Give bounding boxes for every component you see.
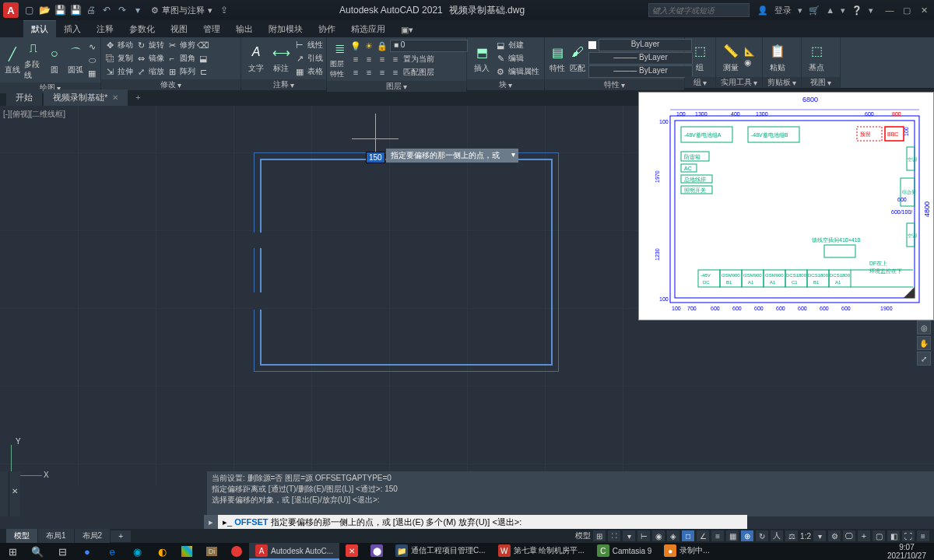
search-icon[interactable]: 🔍 — [25, 543, 50, 560]
redo-icon[interactable]: ↷ — [115, 3, 129, 17]
lwt-icon[interactable]: ≡ — [711, 530, 724, 541]
command-history[interactable]: 当前设置: 删除源=否 图层=源 OFFSETGAPTYPE=0 指定偏移距离或… — [207, 471, 934, 516]
cart-icon[interactable]: 🛒 — [809, 5, 820, 16]
props-button[interactable]: ▤特性 — [548, 43, 567, 74]
taskbar-autocad[interactable]: AAutodesk AutoC... — [249, 543, 339, 560]
chrome-icon[interactable]: ● — [75, 543, 100, 560]
spline-button[interactable]: ∿ — [86, 40, 97, 53]
saveas-icon[interactable]: 💾 — [68, 3, 83, 17]
color-dropdown[interactable]: ByLayer — [599, 39, 692, 51]
tab-featured[interactable]: 精选应用 — [343, 21, 393, 37]
panel-label[interactable]: 特性 ▾ — [545, 79, 684, 90]
cmd-close-icon[interactable]: ✕ — [9, 471, 20, 516]
tab-manage[interactable]: 管理 — [195, 21, 228, 37]
line-button[interactable]: ╱直线 — [3, 44, 23, 75]
grid-icon[interactable]: ⊞ — [593, 530, 606, 541]
copy-icon[interactable]: ⿻ — [104, 53, 115, 64]
trim-icon[interactable]: ✂ — [167, 40, 177, 51]
linear-button[interactable]: ⊢线性 — [294, 39, 323, 51]
viewport-controls[interactable]: [-][俯视][二维线框] — [3, 109, 65, 120]
app-logo[interactable]: A — [3, 2, 19, 18]
panel-label[interactable]: 注释 ▾ — [241, 79, 326, 90]
app-icon[interactable] — [224, 543, 249, 560]
a360-icon[interactable]: ▲ — [826, 5, 834, 15]
move-button[interactable]: 移动 — [118, 40, 133, 51]
layer-dropdown[interactable]: ■ 0 — [390, 40, 468, 52]
chevron-down-icon[interactable]: ▾ — [841, 5, 845, 16]
cmd-arrow-icon[interactable]: ▸ — [204, 515, 218, 529]
taskbar-app[interactable]: W第七章 绘制机房平... — [492, 543, 591, 560]
bulb-icon[interactable]: 💡 — [350, 40, 361, 51]
panel-label[interactable]: 块 ▾ — [467, 79, 544, 90]
stretch-button[interactable]: 拉伸 — [118, 66, 133, 77]
copy-button[interactable]: 复制 — [118, 53, 133, 64]
layout1-tab[interactable]: 布局1 — [38, 529, 74, 543]
arc-button[interactable]: ⌒圆弧 — [65, 44, 85, 75]
filetab-current[interactable]: 视频录制基础*✕ — [44, 89, 128, 106]
calc-icon[interactable]: 📐 — [744, 47, 755, 57]
insert-button[interactable]: ⬒插入 — [470, 43, 493, 74]
search-input[interactable] — [648, 3, 750, 17]
app-icon[interactable]: Di — [199, 543, 224, 560]
anno-icon[interactable]: 人 — [771, 530, 783, 541]
tab-addins[interactable]: 附加模块 — [261, 21, 311, 37]
match-button[interactable]: 🖌匹配 — [568, 43, 587, 74]
circle-button[interactable]: ○圆 — [45, 44, 65, 75]
save-icon[interactable]: 💾 — [53, 3, 67, 17]
scale-button[interactable]: 缩放 — [149, 66, 164, 77]
scale-icon[interactable]: ⚖ — [785, 530, 798, 541]
model-tab[interactable]: 模型 — [6, 529, 37, 543]
erase-icon[interactable]: ⌫ — [198, 40, 209, 51]
panel-label[interactable]: 图层 ▾ — [327, 81, 466, 92]
osnap-icon[interactable]: □ — [682, 530, 694, 541]
text-button[interactable]: A文字 — [244, 43, 268, 74]
array-button[interactable]: 阵列 — [180, 66, 195, 77]
panel-label[interactable]: 剪贴板 ▾ — [763, 77, 801, 88]
taskbar-app[interactable]: 📁通信工程项目管理C... — [389, 543, 492, 560]
layout-add[interactable]: + — [111, 530, 131, 542]
panel-label[interactable]: 组 ▾ — [685, 77, 715, 88]
dimension-button[interactable]: ⟷标注 — [269, 43, 293, 74]
taskbar-recording[interactable]: ●录制中... — [658, 543, 715, 560]
app-icon[interactable]: ◉ — [125, 543, 149, 560]
panel-label[interactable]: 视图 ▾ — [802, 77, 840, 88]
tab-default[interactable]: 默认 — [23, 20, 56, 37]
workspace-dropdown[interactable]: ⚙ 草图与注释 ▾ — [151, 5, 212, 16]
chevron-down-icon[interactable]: ▾ — [798, 5, 802, 16]
table-button[interactable]: ▦表格 — [294, 65, 323, 78]
app-icon[interactable]: ◐ — [149, 543, 174, 560]
fillet-button[interactable]: 圆角 — [180, 53, 195, 64]
share-icon[interactable]: ⇪ — [217, 3, 231, 17]
start-button[interactable]: ⊞ — [0, 543, 25, 560]
nav-wheel-icon[interactable]: ◎ — [917, 320, 931, 334]
fillet-icon[interactable]: ⌐ — [167, 53, 177, 64]
rotate-button[interactable]: 旋转 — [149, 40, 164, 51]
iso-view-icon[interactable]: ◧ — [887, 530, 900, 541]
cmd-handle[interactable] — [0, 471, 9, 516]
move-icon[interactable]: ✥ — [104, 40, 115, 51]
minimize-icon[interactable]: — — [883, 5, 897, 16]
customize-icon[interactable]: ≡ — [917, 530, 929, 541]
ellipse-button[interactable]: ⬭ — [86, 54, 97, 66]
paste-button[interactable]: 📋粘贴 — [766, 42, 789, 73]
rotate-icon[interactable]: ↻ — [135, 40, 146, 51]
lineweight-dropdown[interactable]: ——— ByLayer — [588, 52, 693, 65]
attedit-button[interactable]: ⚙编辑属性 — [495, 65, 539, 78]
chevron-down-icon[interactable]: ▾ — [623, 530, 635, 541]
mirror-icon[interactable]: ⇔ — [135, 53, 146, 64]
polar-icon[interactable]: ◉ — [652, 530, 665, 541]
point-icon[interactable]: ◉ — [744, 58, 755, 68]
model-button[interactable]: 模型 — [575, 530, 591, 541]
edit-button[interactable]: ✎编辑 — [495, 52, 539, 65]
gear-icon[interactable]: ⚙ — [828, 530, 841, 541]
trim-button[interactable]: 修剪 — [180, 40, 195, 51]
tab-insert[interactable]: 插入 — [56, 21, 89, 37]
chevron-down-icon[interactable]: ▾ — [869, 5, 873, 16]
taskbar-app[interactable]: ✕ — [339, 543, 364, 560]
stretch-icon[interactable]: ⇲ — [104, 66, 115, 77]
layout2-tab[interactable]: 布局2 — [75, 529, 111, 543]
edge-icon[interactable]: e — [100, 543, 125, 560]
tab-parametric[interactable]: 参数化 — [121, 21, 163, 37]
polyline-button[interactable]: ⎍多段线 — [24, 39, 44, 81]
taskbar-app[interactable]: ⬤ — [364, 543, 389, 560]
